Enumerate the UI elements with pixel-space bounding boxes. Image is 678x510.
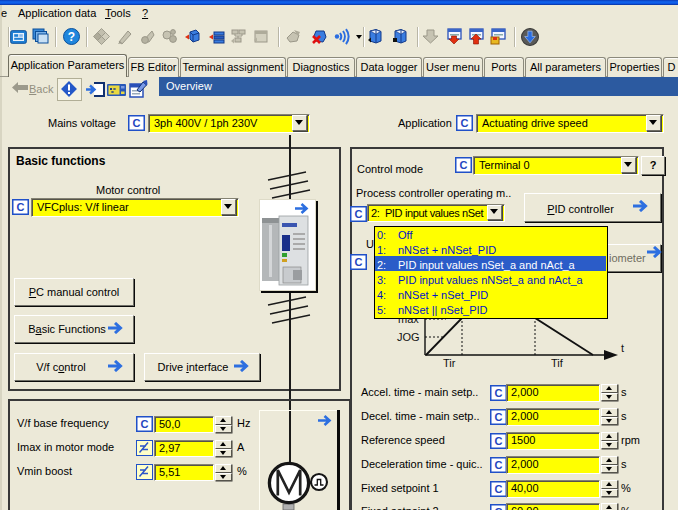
svg-text:JOG: JOG xyxy=(397,331,420,343)
svg-text:t: t xyxy=(621,342,624,354)
svg-text:?: ? xyxy=(68,30,75,44)
svg-text:Tif: Tif xyxy=(551,357,564,369)
svg-text:Tir: Tir xyxy=(443,357,456,369)
